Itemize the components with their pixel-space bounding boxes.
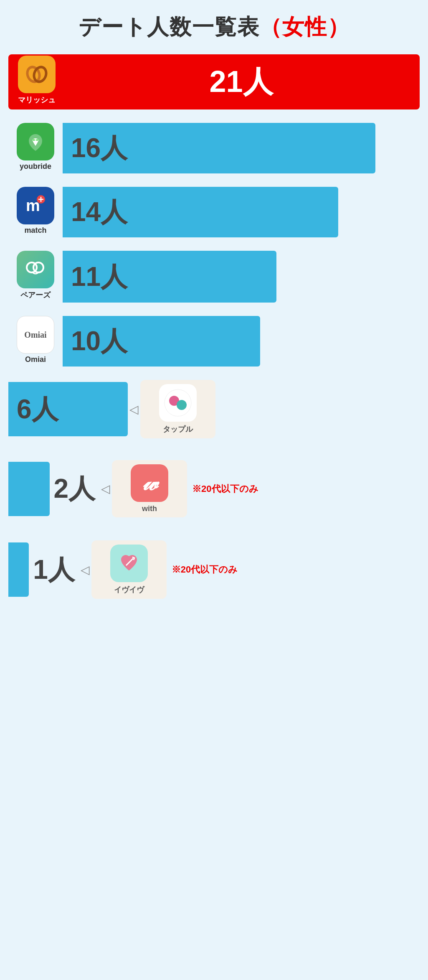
ivyivy-icon-box: イヴイヴ	[91, 540, 167, 599]
omiai-icon: Omiai	[17, 316, 54, 354]
pairs-icon	[17, 251, 54, 288]
match-icon: m	[17, 187, 54, 224]
bar-row-tapple: 6人 ◁ タップル	[8, 380, 420, 447]
ivyivy-note: ※20代以下のみ	[172, 563, 238, 576]
youbride-icon	[17, 123, 54, 160]
tapple-icon-box: タップル	[140, 380, 215, 438]
with-count: 2人	[54, 471, 96, 507]
youbride-label: youbride	[20, 162, 51, 171]
omiai-label: Omiai	[25, 355, 46, 364]
pairs-count: 11人	[71, 259, 127, 295]
bar-row-omiai: Omiai Omiai 10人	[8, 316, 420, 367]
bar-row-marrish: マリッシュ 21人	[8, 54, 420, 109]
pairs-label: ペアーズ	[20, 290, 51, 300]
bar-row-pairs: ペアーズ 11人	[8, 251, 420, 303]
with-note: ※20代以下のみ	[192, 483, 258, 495]
bar-row-match: m match 14人	[8, 187, 420, 237]
with-label: with	[142, 504, 157, 513]
tapple-label: タップル	[163, 424, 193, 434]
with-icon: 𝓌	[131, 464, 168, 502]
tapple-count: 6人	[17, 391, 58, 428]
chart-area: マリッシュ 21人 youbride 16人	[0, 50, 428, 637]
ivyivy-icon	[110, 545, 148, 582]
page-title: デート人数一覧表（女性）	[0, 0, 428, 50]
svg-point-5	[33, 262, 43, 272]
bar-row-ivyivy: 1人 ◁ イヴイヴ ※20代以下のみ	[8, 540, 420, 607]
bar-row-youbride: youbride 16人	[8, 123, 420, 173]
ivyivy-label: イヴイヴ	[114, 585, 144, 595]
marrish-count: 21人	[209, 62, 273, 102]
ivyivy-count: 1人	[33, 552, 75, 588]
youbride-count: 16人	[71, 130, 127, 166]
match-count: 14人	[71, 194, 127, 230]
bar-row-with: 2人 ◁ 𝓌 with ※20代以下のみ	[8, 460, 420, 527]
match-label: match	[24, 226, 46, 235]
with-icon-box: 𝓌 with	[112, 460, 187, 517]
omiai-count: 10人	[71, 323, 127, 359]
marrish-label: マリッシュ	[18, 95, 56, 105]
svg-point-8	[177, 400, 187, 410]
tapple-icon	[159, 384, 197, 422]
omiai-icon-text: Omiai	[24, 330, 46, 340]
marrish-icon	[18, 56, 56, 93]
